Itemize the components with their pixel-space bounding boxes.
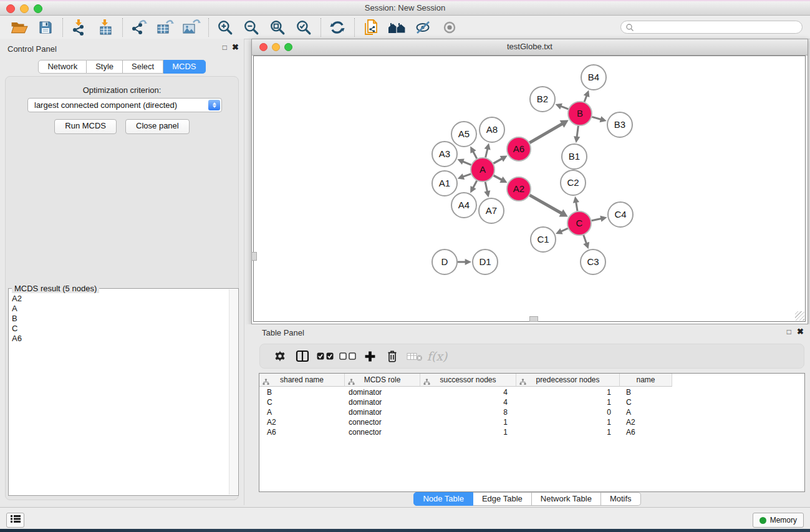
graph-edge-A-A4[interactable] (473, 181, 477, 189)
eye-icon[interactable] (439, 17, 460, 37)
settings-gear-icon[interactable] (269, 347, 291, 365)
criterion-dropdown[interactable]: largest connected component (directed) (27, 98, 222, 112)
graph-edge-A2-C[interactable] (529, 195, 562, 214)
export-image-icon[interactable] (181, 17, 202, 37)
tab-mcds[interactable]: MCDS (163, 60, 205, 74)
memory-button[interactable]: Memory (753, 513, 804, 528)
delete-table-icon[interactable] (403, 347, 426, 365)
save-session-icon[interactable] (35, 17, 56, 37)
graph-node-C3[interactable]: C3 (581, 249, 605, 274)
column-header-successor-nodes[interactable]: successor nodes (420, 374, 516, 387)
graph-edge-B-B3[interactable] (592, 117, 602, 119)
graph-node-B1[interactable]: B1 (562, 144, 587, 169)
window-resize-grip[interactable] (795, 311, 804, 321)
float-panel-icon[interactable]: □ (223, 44, 227, 51)
export-network-icon[interactable] (128, 17, 150, 37)
graph-edge-A-A5[interactable] (473, 151, 477, 159)
graph-edge-A-A8[interactable] (486, 148, 488, 158)
table-tab-node-table[interactable]: Node Table (413, 492, 473, 506)
table-tab-network-table[interactable]: Network Table (532, 492, 601, 506)
select-all-icon[interactable] (314, 347, 336, 365)
graph-node-D[interactable]: D (432, 249, 457, 274)
float-table-panel-icon[interactable]: □ (787, 328, 791, 336)
delete-row-icon[interactable] (381, 347, 403, 365)
graph-node-B2[interactable]: B2 (530, 87, 555, 112)
graph-node-B3[interactable]: B3 (607, 112, 632, 137)
zoom-fit-icon[interactable] (267, 17, 288, 37)
graph-edge-A-A1[interactable] (463, 174, 471, 177)
column-header-name[interactable]: name (620, 374, 672, 387)
table-row-C[interactable]: Cdominator41C (259, 397, 672, 407)
import-network-icon[interactable] (69, 17, 90, 37)
run-mcds-button[interactable]: Run MCDS (54, 119, 117, 134)
deselect-all-icon[interactable] (336, 347, 359, 365)
add-row-icon[interactable] (359, 347, 381, 365)
graph-node-A[interactable]: A (471, 158, 494, 181)
graph-edge-A-A7[interactable] (485, 182, 488, 193)
graph-node-C[interactable]: C (567, 211, 591, 235)
column-header-MCDS-role[interactable]: MCDS role (345, 374, 420, 387)
graph-node-A7[interactable]: A7 (479, 198, 504, 223)
table-row-A[interactable]: Adominator80A (259, 407, 672, 417)
open-session-icon[interactable] (9, 17, 30, 37)
table-row-A6[interactable]: A6connector11A6 (259, 427, 672, 437)
zoom-selected-icon[interactable] (293, 17, 314, 37)
function-builder-icon[interactable]: f(x) (426, 347, 448, 365)
graph-node-C1[interactable]: C1 (531, 227, 556, 252)
zoom-in-icon[interactable] (215, 17, 236, 37)
mcds-result-item[interactable]: B (12, 314, 229, 324)
close-table-panel-icon[interactable]: ✖ (797, 328, 804, 336)
close-panel-button[interactable]: Close panel (125, 119, 190, 134)
graph-node-B[interactable]: B (568, 102, 592, 125)
refresh-icon[interactable] (327, 17, 348, 37)
graph-node-A6[interactable]: A6 (507, 137, 531, 161)
column-header-shared-name[interactable]: shared name (259, 374, 345, 387)
graph-node-C4[interactable]: C4 (608, 202, 633, 227)
graph-edge-A-A6[interactable] (493, 158, 503, 163)
graph-edge-C-C4[interactable] (592, 218, 602, 221)
graph-node-A8[interactable]: A8 (480, 117, 504, 142)
import-table-icon[interactable] (95, 17, 116, 37)
mcds-result-item[interactable]: A2 (12, 294, 229, 304)
network-window-titlebar[interactable]: testGlobe.txt (252, 39, 808, 56)
home-pair-icon[interactable] (387, 17, 408, 37)
graph-edge-C-C3[interactable] (584, 235, 587, 244)
graph-node-A4[interactable]: A4 (451, 193, 476, 218)
search-input[interactable] (620, 21, 803, 34)
graph-node-B4[interactable]: B4 (581, 65, 606, 90)
tab-style[interactable]: Style (87, 60, 123, 74)
mcds-result-item[interactable]: C (12, 324, 229, 334)
show-columns-icon[interactable] (291, 347, 314, 365)
column-header-predecessor-nodes[interactable]: predecessor nodes (516, 374, 620, 387)
network-document-icon[interactable] (360, 17, 382, 37)
graph-node-A1[interactable]: A1 (432, 171, 457, 196)
graph-edge-A-A3[interactable] (462, 162, 471, 165)
canvas-left-handle[interactable] (251, 252, 257, 261)
tab-select[interactable]: Select (123, 60, 163, 74)
graph-node-A3[interactable]: A3 (432, 142, 457, 167)
table-tab-edge-table[interactable]: Edge Table (473, 492, 532, 506)
graph-edge-C-C2[interactable] (576, 201, 577, 211)
eye-crossed-icon[interactable] (413, 17, 434, 37)
table-row-A2[interactable]: A2connector11A2 (259, 417, 672, 427)
network-canvas[interactable]: AA1A3A4A5A7A8A6A2BB1B2B3B4CC1C2C3C4DD1 (253, 56, 806, 322)
graph-edge-A6-B[interactable] (529, 123, 563, 143)
zoom-out-icon[interactable] (241, 17, 262, 37)
table-tab-motifs[interactable]: Motifs (601, 492, 641, 506)
export-table-icon[interactable] (155, 17, 176, 37)
graph-node-C2[interactable]: C2 (561, 170, 586, 195)
canvas-bottom-handle[interactable] (529, 316, 538, 322)
graph-node-D1[interactable]: D1 (473, 249, 498, 274)
graph-edge-B-B1[interactable] (577, 126, 579, 138)
mcds-result-item[interactable]: A6 (12, 334, 229, 344)
mcds-result-item[interactable]: A (12, 304, 229, 314)
task-history-button[interactable] (6, 513, 24, 528)
graph-edge-B-B2[interactable] (560, 106, 568, 109)
graph-node-A5[interactable]: A5 (451, 122, 476, 147)
mcds-list-scrollbar[interactable] (229, 289, 238, 495)
tab-network[interactable]: Network (38, 60, 87, 74)
graph-edge-A-A2[interactable] (494, 175, 503, 180)
table-row-B[interactable]: Bdominator41B (259, 387, 672, 397)
graph-node-A2[interactable]: A2 (507, 177, 531, 201)
close-panel-icon[interactable]: ✖ (232, 44, 239, 51)
